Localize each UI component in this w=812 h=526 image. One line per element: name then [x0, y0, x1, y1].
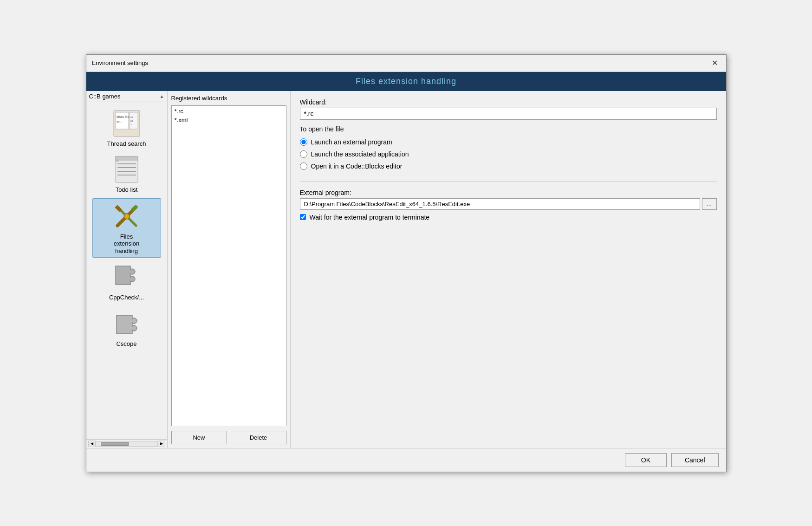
sidebar-item-thread-search[interactable]: class foo ab... ↓ ab ab -- Thread search: [92, 106, 161, 150]
radio-launch-external[interactable]: Launch an external program: [300, 138, 717, 146]
radio-launch-associated[interactable]: Launch the associated application: [300, 150, 717, 158]
radio-external-label: Launch an external program: [311, 138, 392, 146]
h-scroll-left[interactable]: ◀: [88, 441, 96, 447]
sidebar-item-files-ext[interactable]: Filesextensionhandling: [92, 198, 161, 258]
right-panel: Wildcard: To open the file Launch an ext…: [291, 91, 726, 448]
sidebar-title: C::B games: [89, 93, 121, 100]
wait-checkbox[interactable]: [300, 214, 306, 220]
title-bar: Environment settings ✕: [86, 55, 726, 72]
ext-program-label: External program:: [300, 189, 717, 196]
section-header: Files extension handling: [86, 72, 726, 91]
sidebar-item-label-todo: Todo list: [116, 186, 138, 194]
todo-list-icon: 0: [112, 155, 142, 184]
wait-checkbox-label[interactable]: Wait for the external program to termina…: [300, 214, 717, 221]
dialog-title: Environment settings: [92, 59, 148, 66]
svg-text:ab: ab: [130, 116, 133, 118]
cancel-button[interactable]: Cancel: [671, 453, 719, 467]
svg-rect-10: [116, 156, 138, 160]
new-button[interactable]: New: [171, 431, 227, 444]
sidebar-item-cppcheck[interactable]: CppCheck/...: [92, 260, 161, 304]
close-button[interactable]: ✕: [709, 58, 721, 69]
sidebar-item-label-cscope: Cscope: [116, 340, 136, 348]
ok-button[interactable]: OK: [625, 453, 667, 467]
ext-program-input[interactable]: [300, 198, 700, 210]
thread-search-icon: class foo ab... ↓ ab ab --: [112, 109, 142, 138]
files-ext-icon: [112, 201, 142, 231]
middle-panel: Registered wildcards *.rc *.xml New Dele…: [168, 91, 291, 448]
svg-text:↓: ↓: [117, 125, 118, 128]
sidebar-item-label-thread-search: Thread search: [107, 140, 146, 148]
radio-editor-input[interactable]: [300, 162, 307, 170]
wildcard-field-group: Wildcard:: [300, 98, 717, 120]
sidebar-item-label-cppcheck: CppCheck/...: [109, 294, 144, 301]
environment-settings-dialog: Environment settings ✕ Files extension h…: [86, 54, 727, 472]
radio-associated-input[interactable]: [300, 150, 307, 158]
browse-button[interactable]: ...: [702, 198, 717, 210]
svg-text:0: 0: [117, 159, 118, 162]
wildcard-list[interactable]: *.rc *.xml: [171, 105, 286, 426]
cppcheck-icon: [112, 262, 142, 292]
radio-open-editor[interactable]: Open it in a Code::Blocks editor: [300, 162, 717, 170]
sidebar-header: C::B games ▲: [86, 91, 167, 102]
sidebar-scroll-up-btn[interactable]: ▲: [160, 94, 164, 99]
main-content: C::B games ▲ class foo ab... ↓ ab: [86, 91, 726, 448]
svg-text:class foo: class foo: [117, 115, 130, 118]
sidebar-item-label-files-ext: Filesextensionhandling: [114, 233, 140, 255]
delete-button[interactable]: Delete: [231, 431, 286, 444]
wildcard-input[interactable]: [300, 108, 717, 120]
svg-text:--: --: [130, 123, 132, 126]
svg-text:ab...: ab...: [117, 120, 122, 123]
footer: OK Cancel: [86, 448, 726, 472]
ext-program-group: External program: ... Wait for the exter…: [300, 189, 717, 221]
sidebar-item-cscope[interactable]: Cscope: [92, 306, 161, 351]
radio-associated-label: Launch the associated application: [311, 150, 409, 158]
sidebar-item-todo-list[interactable]: 0 Todo list: [92, 152, 161, 196]
svg-point-18: [124, 214, 130, 219]
h-scroll-track: [96, 441, 158, 447]
open-file-group: To open the file Launch an external prog…: [300, 125, 717, 174]
ext-program-row: ...: [300, 198, 717, 210]
sidebar-items-list: class foo ab... ↓ ab ab -- Thread search: [86, 102, 167, 439]
wildcard-field-label: Wildcard:: [300, 98, 717, 106]
radio-group: Launch an external program Launch the as…: [300, 135, 717, 174]
svg-text:ab: ab: [130, 119, 133, 122]
wildcard-item-rc[interactable]: *.rc: [173, 107, 285, 116]
registered-wildcards-label: Registered wildcards: [171, 95, 286, 102]
radio-external-input[interactable]: [300, 138, 307, 146]
sidebar-h-scroll: ◀ ▶: [86, 439, 167, 448]
wait-checkbox-text: Wait for the external program to termina…: [310, 214, 430, 221]
section-divider: [300, 181, 717, 182]
wildcard-buttons: New Delete: [171, 431, 286, 444]
to-open-label: To open the file: [300, 125, 717, 133]
h-scroll-thumb: [101, 442, 129, 446]
h-scroll-right[interactable]: ▶: [158, 441, 165, 447]
radio-editor-label: Open it in a Code::Blocks editor: [311, 162, 403, 170]
wildcard-item-xml[interactable]: *.xml: [173, 116, 285, 124]
cscope-icon: [112, 309, 142, 338]
sidebar: C::B games ▲ class foo ab... ↓ ab: [86, 91, 168, 448]
